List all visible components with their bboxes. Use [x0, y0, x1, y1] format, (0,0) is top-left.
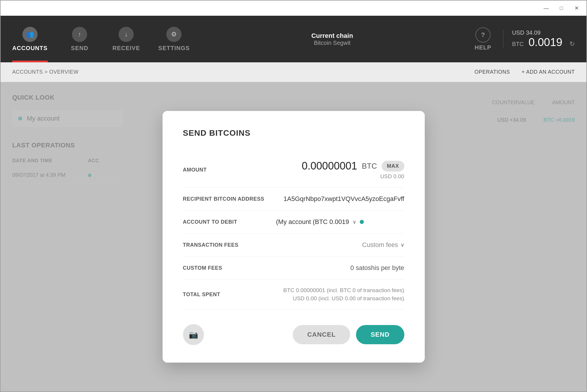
nav-item-accounts[interactable]: 👥 ACCOUNTS	[12, 27, 47, 52]
amount-number: 0.00000001	[302, 160, 357, 172]
nav-right: ? HELP USD 34.09 BTC 0.0019 ↻	[475, 27, 575, 51]
send-button[interactable]: SEND	[356, 325, 404, 344]
amount-main: 0.00000001 BTC MAX	[302, 160, 404, 172]
accounts-icon: 👥	[22, 27, 38, 42]
modal-overlay: SEND BITCOINS AMOUNT 0.00000001 BTC MAX …	[1, 82, 586, 391]
cancel-button[interactable]: CANCEL	[293, 325, 350, 344]
total-spent-value-section: BTC 0.00000001 (incl. BTC 0 of transacti…	[276, 287, 404, 302]
accounts-label: ACCOUNTS	[12, 45, 47, 52]
breadcrumb: ACCOUNTS > OVERVIEW	[12, 69, 79, 75]
total-spent-label: TOTAL SPENT	[183, 292, 276, 298]
total-line-1: BTC 0.00000001 (incl. BTC 0 of transacti…	[283, 287, 404, 294]
add-account-link[interactable]: + ADD AN ACCOUNT	[521, 69, 575, 75]
recipient-address: 1A5GqrNbpo7xwpt1VQVvcA5yzoEcgaFvff	[283, 195, 404, 202]
minimize-button[interactable]: —	[542, 4, 550, 12]
recipient-value-section: 1A5GqrNbpo7xwpt1VQVvcA5yzoEcgaFvff	[276, 195, 404, 203]
app-body: 👥 ACCOUNTS ↑ SEND ↓ RECEIVE ⚙ SETTINGS	[1, 16, 586, 391]
amount-value-section: 0.00000001 BTC MAX USD 0.00	[276, 160, 404, 180]
help-icon: ?	[475, 27, 491, 43]
account-debit-dot	[360, 220, 364, 224]
total-spent-values: BTC 0.00000001 (incl. BTC 0 of transacti…	[276, 287, 404, 302]
fees-value-section: Custom fees ∨	[276, 241, 404, 249]
settings-icon: ⚙	[166, 27, 181, 42]
custom-fees-row: CUSTOM FEES 0 satoshis per byte	[183, 257, 404, 280]
recipient-row: RECIPIENT BITCOIN ADDRESS 1A5GqrNbpo7xwp…	[183, 188, 404, 211]
nav-item-send[interactable]: ↑ SEND	[65, 27, 94, 52]
total-spent-row: TOTAL SPENT BTC 0.00000001 (incl. BTC 0 …	[183, 280, 404, 310]
custom-fees-text: 0 satoshis per byte	[350, 264, 404, 271]
chain-info: Current chain Bitcoin Segwit	[190, 32, 475, 46]
nav-item-settings[interactable]: ⚙ SETTINGS	[158, 27, 190, 52]
account-debit-chevron-icon: ∨	[352, 219, 356, 225]
balance-btc: BTC 0.0019 ↻	[512, 36, 575, 49]
content-area: QUICK LOOK My account LAST OPERATIONS DA…	[1, 82, 586, 391]
max-button[interactable]: MAX	[382, 161, 404, 172]
operations-link[interactable]: OPERATIONS	[475, 69, 510, 75]
receive-label: RECEIVE	[112, 45, 140, 52]
account-debit-value-section: (My account (BTC 0.0019 ∨	[276, 218, 404, 226]
send-label: SEND	[71, 45, 89, 52]
recipient-label: RECIPIENT BITCOIN ADDRESS	[183, 196, 276, 202]
title-bar: — □ ✕	[1, 1, 586, 16]
top-nav: 👥 ACCOUNTS ↑ SEND ↓ RECEIVE ⚙ SETTINGS	[1, 16, 586, 62]
amount-btc-label: BTC	[362, 162, 377, 171]
total-line-2: USD 0.00 (incl. USD 0.00 of transaction …	[293, 295, 404, 302]
btc-value: 0.0019	[528, 36, 562, 48]
balance-section: USD 34.09 BTC 0.0019 ↻	[503, 29, 575, 49]
nav-item-receive[interactable]: ↓ RECEIVE	[112, 27, 141, 52]
secondary-nav: ACCOUNTS > OVERVIEW OPERATIONS + ADD AN …	[1, 62, 586, 82]
nav-items: 👥 ACCOUNTS ↑ SEND ↓ RECEIVE ⚙ SETTINGS	[12, 27, 190, 52]
receive-icon: ↓	[119, 27, 134, 42]
account-debit-row: ACCOUNT TO DEBIT (My account (BTC 0.0019…	[183, 211, 404, 234]
help-item[interactable]: ? HELP	[475, 27, 491, 51]
send-icon: ↑	[72, 27, 87, 42]
secondary-actions: OPERATIONS + ADD AN ACCOUNT	[475, 69, 575, 75]
fees-row: TRANSACTION FEES Custom fees ∨	[183, 234, 404, 257]
help-label: HELP	[475, 44, 491, 51]
fees-text: Custom fees	[362, 241, 398, 249]
balance-usd: USD 34.09	[512, 29, 575, 36]
fees-chevron-icon: ∨	[401, 242, 404, 248]
amount-usd: USD 0.00	[380, 173, 404, 180]
camera-icon: 📷	[189, 330, 198, 339]
fees-selector[interactable]: Custom fees ∨	[276, 241, 404, 249]
account-debit-selector[interactable]: (My account (BTC 0.0019 ∨	[276, 218, 404, 226]
modal-footer: 📷 CANCEL SEND	[183, 324, 404, 345]
close-button[interactable]: ✕	[572, 4, 581, 12]
current-chain-label: Current chain	[311, 32, 353, 40]
refresh-icon[interactable]: ↻	[570, 40, 575, 47]
maximize-button[interactable]: □	[557, 4, 565, 12]
camera-button[interactable]: 📷	[183, 324, 204, 345]
fees-label: TRANSACTION FEES	[183, 242, 276, 248]
current-chain-value: Bitcoin Segwit	[314, 40, 351, 46]
account-debit-text: (My account (BTC 0.0019	[276, 218, 349, 226]
settings-label: SETTINGS	[158, 45, 190, 52]
custom-fees-label: CUSTOM FEES	[183, 265, 276, 271]
active-indicator	[12, 61, 48, 62]
footer-buttons: CANCEL SEND	[293, 325, 404, 344]
amount-row: AMOUNT 0.00000001 BTC MAX USD 0.00	[183, 152, 404, 188]
amount-label: AMOUNT	[183, 167, 276, 173]
account-debit-label: ACCOUNT TO DEBIT	[183, 219, 276, 225]
modal-title: SEND BITCOINS	[183, 128, 404, 138]
app-window: — □ ✕ 👥 ACCOUNTS ↑ SEND ↓ RECEIVE	[0, 0, 587, 392]
send-bitcoins-modal: SEND BITCOINS AMOUNT 0.00000001 BTC MAX …	[163, 111, 425, 363]
btc-prefix: BTC	[512, 41, 524, 47]
custom-fees-value-section: 0 satoshis per byte	[276, 264, 404, 272]
